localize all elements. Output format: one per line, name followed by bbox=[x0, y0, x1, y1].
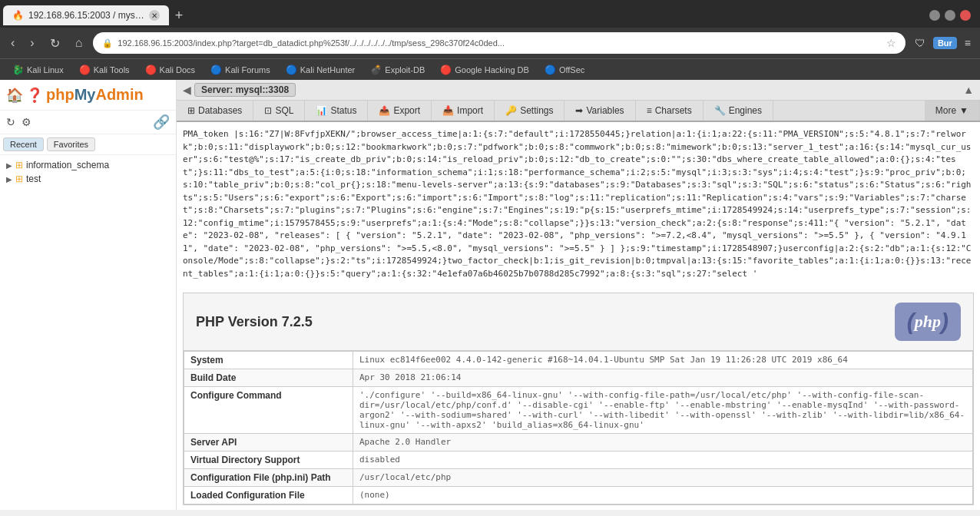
table-row: Build DateApr 30 2018 21:06:14 bbox=[184, 369, 973, 387]
info-label: Loaded Configuration File bbox=[184, 487, 353, 504]
more-tab-chevron-icon: ▼ bbox=[959, 105, 968, 116]
php-info-section: PHP Version 7.2.5 ( php ) SystemLinux ec… bbox=[183, 293, 974, 505]
info-value: /usr/local/etc/php bbox=[353, 469, 973, 487]
database-tree: ▶ ⊞ information_schema ▶ ⊞ test bbox=[0, 155, 176, 510]
php-header: PHP Version 7.2.5 ( php ) bbox=[184, 293, 973, 351]
bookmark-kali-tools[interactable]: 🔴 Kali Tools bbox=[73, 63, 136, 77]
tab-settings[interactable]: 🔑 Settings bbox=[495, 101, 564, 121]
tab-sql[interactable]: ⊡ SQL bbox=[253, 101, 305, 121]
google-hacking-db-icon: 🔴 bbox=[440, 64, 452, 75]
info-value: './configure' '--build=x86_64-linux-gnu'… bbox=[353, 387, 973, 434]
logo-my: My bbox=[74, 86, 96, 103]
info-label: Server API bbox=[184, 434, 353, 452]
bookmark-kali-forums[interactable]: 🔵 Kali Forums bbox=[204, 63, 276, 77]
db-icon: ⊞ bbox=[15, 160, 23, 170]
info-label: Configure Command bbox=[184, 387, 353, 434]
table-row: Configure Command'./configure' '--build=… bbox=[184, 387, 973, 434]
expand-icon: ▶ bbox=[6, 161, 12, 170]
engines-tab-icon: 🔧 bbox=[714, 105, 726, 116]
php-logo-text: php bbox=[915, 312, 941, 332]
info-label: Build Date bbox=[184, 369, 353, 387]
bookmark-kali-nethunter[interactable]: 🔵 Kali NetHunter bbox=[280, 63, 362, 77]
bookmarks-bar: 🐉 Kali Linux 🔴 Kali Tools 🔴 Kali Docs 🔵 … bbox=[0, 58, 980, 80]
pma-sidebar: 🏠 ❓ phpMyAdmin ↻ ⚙ 🔗 Recent Favorites ▶ … bbox=[0, 80, 177, 510]
pma-content-area: PMA_token |s:16:"Z7|W:8FvfjpXEKN/";brows… bbox=[177, 122, 980, 510]
settings-icon[interactable]: ⚙ bbox=[22, 116, 31, 128]
tab-more[interactable]: More ▼ bbox=[925, 101, 980, 121]
home-icon[interactable]: 🏠 bbox=[6, 87, 23, 104]
tab-variables[interactable]: ➡ Variables bbox=[564, 101, 635, 121]
breadcrumb-back-button[interactable]: ◀ bbox=[183, 84, 191, 96]
reload-button[interactable]: ↻ bbox=[45, 33, 65, 54]
php-logo-right-bracket: ) bbox=[941, 309, 949, 335]
logo-admin: Admin bbox=[95, 86, 143, 103]
info-value: (none) bbox=[353, 487, 973, 504]
question-icon[interactable]: ❓ bbox=[26, 87, 43, 104]
nav-bar: ‹ › ↻ ⌂ 🔒 192.168.96.15:2003/index.php?t… bbox=[0, 28, 980, 58]
bookmark-kali-linux[interactable]: 🐉 Kali Linux bbox=[6, 63, 70, 77]
nav-actions: 🛡 Bur ≡ bbox=[912, 34, 974, 52]
breadcrumb-bar: ◀ Server: mysql::3308 ▲ bbox=[177, 80, 980, 101]
php-info-table: SystemLinux ec814f6ee002 4.4.0-142-gener… bbox=[184, 351, 973, 504]
back-button[interactable]: ‹ bbox=[6, 33, 19, 53]
db-item-test[interactable]: ▶ ⊞ test bbox=[0, 172, 176, 186]
tab-import[interactable]: 📥 Import bbox=[432, 101, 495, 121]
tab-status[interactable]: 📊 Status bbox=[305, 101, 368, 121]
menu-button[interactable]: ≡ bbox=[962, 34, 974, 52]
pma-nav-tabs: ⊞ Databases ⊡ SQL 📊 Status 📤 Export 📥 Im… bbox=[177, 101, 980, 122]
pma-logo: 🏠 ❓ phpMyAdmin bbox=[0, 80, 176, 111]
tab-charsets[interactable]: ≡ Charsets bbox=[636, 101, 704, 121]
address-bar[interactable]: 🔒 192.168.96.15:2003/index.php?target=db… bbox=[93, 32, 906, 54]
tab-databases[interactable]: ⊞ Databases bbox=[177, 101, 253, 121]
variables-tab-icon: ➡ bbox=[575, 105, 583, 116]
bookmark-kali-docs[interactable]: 🔴 Kali Docs bbox=[139, 63, 201, 77]
refresh-icon[interactable]: ↻ bbox=[6, 116, 15, 128]
info-label: Virtual Directory Support bbox=[184, 452, 353, 469]
bookmark-offsec[interactable]: 🔵 OffSec bbox=[538, 63, 591, 77]
minimize-button[interactable] bbox=[929, 10, 940, 21]
db-item-information-schema[interactable]: ▶ ⊞ information_schema bbox=[0, 158, 176, 172]
offsec-icon: 🔵 bbox=[545, 64, 556, 75]
home-button[interactable]: ⌂ bbox=[71, 33, 88, 53]
lock-icon: 🔒 bbox=[102, 38, 113, 48]
recent-tab-button[interactable]: Recent bbox=[3, 137, 44, 151]
tab-title: 192.168.96.15:2003 / mys… bbox=[28, 10, 144, 21]
table-row: Configuration File (php.ini) Path/usr/lo… bbox=[184, 469, 973, 487]
new-tab-button[interactable]: + bbox=[169, 8, 190, 24]
sql-tab-icon: ⊡ bbox=[264, 105, 272, 116]
kali-forums-icon: 🔵 bbox=[210, 64, 222, 75]
db-icon-test: ⊞ bbox=[15, 174, 23, 184]
info-label: System bbox=[184, 352, 353, 369]
forward-button[interactable]: › bbox=[25, 33, 38, 53]
tab-close-button[interactable]: ✕ bbox=[149, 10, 160, 21]
favorites-tab-button[interactable]: Favorites bbox=[47, 137, 95, 151]
exploit-db-icon: 💣 bbox=[370, 64, 382, 75]
tab-export[interactable]: 📤 Export bbox=[368, 101, 432, 121]
kali-linux-icon: 🐉 bbox=[12, 64, 24, 75]
active-tab[interactable]: 🔥 192.168.96.15:2003 / mys… ✕ bbox=[3, 5, 169, 25]
php-version-title: PHP Version 7.2.5 bbox=[196, 314, 313, 330]
shield-icon[interactable]: 🛡 bbox=[912, 34, 929, 52]
pma-sidebar-tabs: Recent Favorites bbox=[0, 134, 176, 155]
maximize-button[interactable] bbox=[945, 10, 955, 21]
table-row: Loaded Configuration File(none) bbox=[184, 487, 973, 504]
pma-main: ◀ Server: mysql::3308 ▲ ⊞ Databases ⊡ SQ… bbox=[177, 80, 980, 510]
breadcrumb-server[interactable]: Server: mysql::3308 bbox=[194, 83, 296, 97]
tab-engines[interactable]: 🔧 Engines bbox=[704, 101, 773, 121]
pma-sidebar-icons: ↻ ⚙ 🔗 bbox=[0, 111, 176, 134]
import-tab-icon: 📥 bbox=[442, 105, 454, 116]
kali-nethunter-icon: 🔵 bbox=[286, 64, 297, 75]
bookmark-star-icon[interactable]: ☆ bbox=[886, 37, 896, 49]
kali-tools-icon: 🔴 bbox=[79, 64, 91, 75]
bookmark-google-hacking-db[interactable]: 🔴 Google Hacking DB bbox=[434, 63, 535, 77]
db-name-information-schema: information_schema bbox=[26, 160, 109, 170]
collapse-button[interactable]: ▲ bbox=[963, 84, 974, 96]
window-controls bbox=[929, 10, 977, 21]
export-tab-icon: 📤 bbox=[379, 105, 390, 116]
bookmark-exploit-db[interactable]: 💣 Exploit-DB bbox=[364, 63, 431, 77]
close-button[interactable] bbox=[960, 10, 971, 21]
settings-tab-icon: 🔑 bbox=[505, 105, 517, 116]
link-icon: 🔗 bbox=[153, 114, 170, 131]
user-avatar[interactable]: Bur bbox=[933, 37, 957, 49]
status-tab-icon: 📊 bbox=[316, 105, 327, 116]
